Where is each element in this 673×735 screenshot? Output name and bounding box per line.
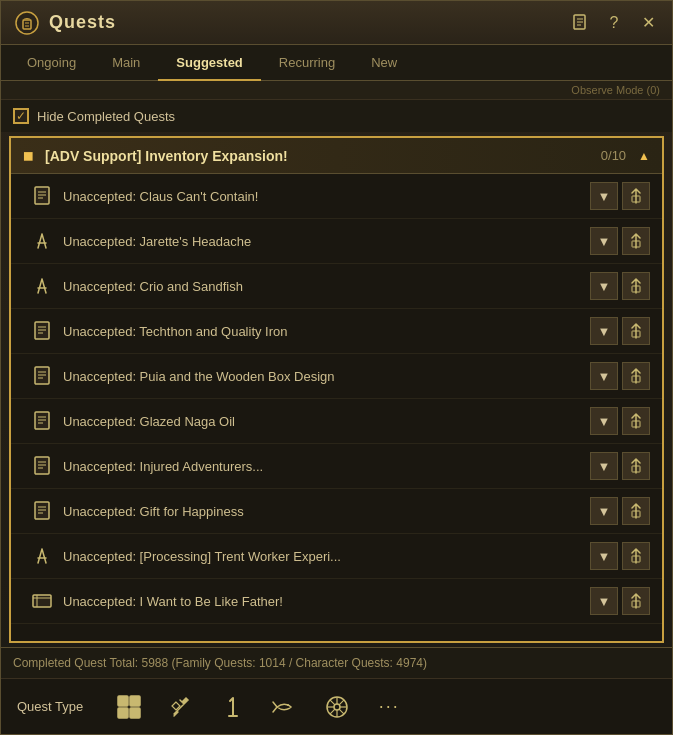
list-item[interactable]: Unaccepted: Injured Adventurers... ▼ — [11, 444, 662, 489]
tools-icon[interactable] — [165, 691, 197, 723]
quest-type-icon — [31, 455, 53, 477]
status-text: Completed Quest Total: 5988 (Family Ques… — [13, 656, 427, 670]
window-controls: ? ✕ — [568, 11, 660, 35]
dropdown-button[interactable]: ▼ — [590, 317, 618, 345]
list-item[interactable]: Unaccepted: Crio and Sandfish ▼ — [11, 264, 662, 309]
dropdown-button[interactable]: ▼ — [590, 497, 618, 525]
track-button[interactable] — [622, 497, 650, 525]
quest-item-text: Unaccepted: Injured Adventurers... — [63, 459, 582, 474]
svg-line-59 — [339, 699, 344, 704]
list-item[interactable]: Unaccepted: Puia and the Wooden Box Desi… — [11, 354, 662, 399]
dropdown-button[interactable]: ▼ — [590, 407, 618, 435]
list-item[interactable]: Unaccepted: [Processing] Trent Worker Ex… — [11, 534, 662, 579]
quest-type-icon — [31, 545, 53, 567]
track-button[interactable] — [622, 227, 650, 255]
checkmark-icon: ✓ — [16, 110, 26, 122]
tab-ongoing[interactable]: Ongoing — [9, 45, 94, 80]
list-item[interactable]: Unaccepted: I Want to Be Like Father! ▼ — [11, 579, 662, 624]
fish-icon[interactable] — [269, 691, 301, 723]
quest-item-actions: ▼ — [590, 587, 650, 615]
list-item[interactable]: Unaccepted: Glazed Naga Oil ▼ — [11, 399, 662, 444]
hide-completed-checkbox[interactable]: ✓ — [13, 108, 29, 124]
list-item[interactable]: Unaccepted: Techthon and Quality Iron ▼ — [11, 309, 662, 354]
quests-window: Quests ? ✕ Ongoing Main Suggested Recurr… — [0, 0, 673, 735]
tab-main[interactable]: Main — [94, 45, 158, 80]
observe-mode-bar: Observe Mode (0) — [1, 81, 672, 100]
svg-rect-46 — [130, 696, 140, 706]
quest-type-icon — [31, 365, 53, 387]
quest-type-icon — [31, 275, 53, 297]
window-icon — [13, 9, 41, 37]
tabs-bar: Ongoing Main Suggested Recurring New — [1, 45, 672, 81]
quest-item-text: Unaccepted: Gift for Happiness — [63, 504, 582, 519]
svg-rect-41 — [33, 595, 51, 607]
quest-type-label: Quest Type — [17, 699, 83, 714]
track-button[interactable] — [622, 272, 650, 300]
quest-type-icon — [31, 185, 53, 207]
dropdown-button[interactable]: ▼ — [590, 227, 618, 255]
category-header[interactable]: ◆ [ADV Support] Inventory Expansion! 0/1… — [11, 138, 662, 174]
tab-new[interactable]: New — [353, 45, 415, 80]
track-button[interactable] — [622, 182, 650, 210]
hide-completed-label: Hide Completed Quests — [37, 109, 175, 124]
title-bar: Quests ? ✕ — [1, 1, 672, 45]
dropdown-button[interactable]: ▼ — [590, 542, 618, 570]
quest-item-actions: ▼ — [590, 497, 650, 525]
quest-item-actions: ▼ — [590, 407, 650, 435]
tab-recurring[interactable]: Recurring — [261, 45, 353, 80]
quest-item-text: Unaccepted: Claus Can't Contain! — [63, 189, 582, 204]
dropdown-button[interactable]: ▼ — [590, 362, 618, 390]
list-item[interactable]: Unaccepted: Claus Can't Contain! ▼ — [11, 174, 662, 219]
quest-item-text: Unaccepted: I Want to Be Like Father! — [63, 594, 582, 609]
bottom-bar: Quest Type — [1, 678, 672, 734]
quest-type-icon — [31, 230, 53, 252]
dropdown-button[interactable]: ▼ — [590, 272, 618, 300]
dropdown-button[interactable]: ▼ — [590, 452, 618, 480]
track-button[interactable] — [622, 317, 650, 345]
svg-line-58 — [339, 709, 344, 714]
category-title: [ADV Support] Inventory Expansion! — [45, 148, 601, 164]
track-button[interactable] — [622, 452, 650, 480]
track-button[interactable] — [622, 587, 650, 615]
one-icon[interactable] — [217, 691, 249, 723]
quest-item-text: Unaccepted: Techthon and Quality Iron — [63, 324, 582, 339]
quest-item-actions: ▼ — [590, 227, 650, 255]
quest-type-icon — [31, 500, 53, 522]
quest-item-text: Unaccepted: Glazed Naga Oil — [63, 414, 582, 429]
more-icon[interactable]: ··· — [373, 691, 405, 723]
svg-rect-47 — [118, 708, 128, 718]
quest-type-icon — [31, 590, 53, 612]
list-item[interactable]: Unaccepted: Gift for Happiness ▼ — [11, 489, 662, 534]
category-diamond-icon: ◆ — [18, 145, 40, 167]
track-button[interactable] — [622, 362, 650, 390]
quest-item-actions: ▼ — [590, 362, 650, 390]
quest-item-actions: ▼ — [590, 542, 650, 570]
document-button[interactable] — [568, 11, 592, 35]
quest-item-actions: ▼ — [590, 317, 650, 345]
quest-type-icon — [31, 320, 53, 342]
svg-line-60 — [330, 709, 335, 714]
svg-point-50 — [287, 704, 289, 706]
track-button[interactable] — [622, 542, 650, 570]
quest-item-text: Unaccepted: [Processing] Trent Worker Ex… — [63, 549, 582, 564]
list-item[interactable]: Unaccepted: Jarette's Headache ▼ — [11, 219, 662, 264]
quest-type-icon — [31, 410, 53, 432]
dropdown-button[interactable]: ▼ — [590, 182, 618, 210]
collapse-icon[interactable]: ▲ — [638, 149, 650, 163]
track-button[interactable] — [622, 407, 650, 435]
tab-suggested[interactable]: Suggested — [158, 45, 260, 80]
window-title: Quests — [49, 12, 568, 33]
dropdown-button[interactable]: ▼ — [590, 587, 618, 615]
help-button[interactable]: ? — [602, 11, 626, 35]
quest-item-actions: ▼ — [590, 182, 650, 210]
wheel-icon[interactable] — [321, 691, 353, 723]
close-button[interactable]: ✕ — [636, 11, 660, 35]
quest-item-actions: ▼ — [590, 452, 650, 480]
svg-point-52 — [334, 704, 340, 710]
hide-completed-row: ✓ Hide Completed Quests — [1, 100, 672, 132]
quest-item-actions: ▼ — [590, 272, 650, 300]
grid-icon[interactable] — [113, 691, 145, 723]
quest-list-container: ◆ [ADV Support] Inventory Expansion! 0/1… — [9, 136, 664, 643]
category-progress: 0/10 — [601, 148, 626, 163]
quest-item-text: Unaccepted: Crio and Sandfish — [63, 279, 582, 294]
